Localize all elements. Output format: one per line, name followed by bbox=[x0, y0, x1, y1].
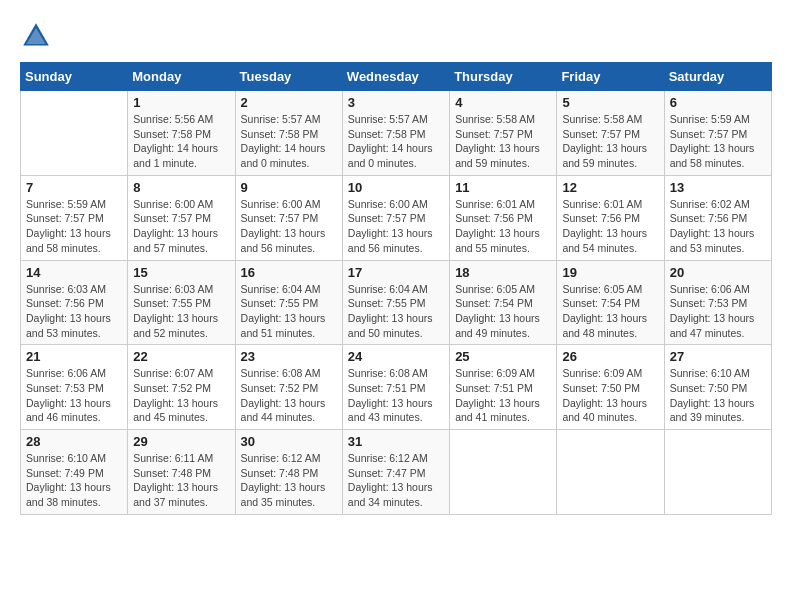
day-info: Sunrise: 6:01 AM Sunset: 7:56 PM Dayligh… bbox=[455, 197, 551, 256]
day-cell: 28Sunrise: 6:10 AM Sunset: 7:49 PM Dayli… bbox=[21, 430, 128, 515]
weekday-saturday: Saturday bbox=[664, 63, 771, 91]
day-cell: 11Sunrise: 6:01 AM Sunset: 7:56 PM Dayli… bbox=[450, 175, 557, 260]
week-row-1: 1Sunrise: 5:56 AM Sunset: 7:58 PM Daylig… bbox=[21, 91, 772, 176]
weekday-header-row: SundayMondayTuesdayWednesdayThursdayFrid… bbox=[21, 63, 772, 91]
day-cell: 17Sunrise: 6:04 AM Sunset: 7:55 PM Dayli… bbox=[342, 260, 449, 345]
day-number: 2 bbox=[241, 95, 337, 110]
day-number: 31 bbox=[348, 434, 444, 449]
week-row-2: 7Sunrise: 5:59 AM Sunset: 7:57 PM Daylig… bbox=[21, 175, 772, 260]
day-info: Sunrise: 5:59 AM Sunset: 7:57 PM Dayligh… bbox=[670, 112, 766, 171]
calendar-body: 1Sunrise: 5:56 AM Sunset: 7:58 PM Daylig… bbox=[21, 91, 772, 515]
day-info: Sunrise: 6:09 AM Sunset: 7:51 PM Dayligh… bbox=[455, 366, 551, 425]
day-cell: 16Sunrise: 6:04 AM Sunset: 7:55 PM Dayli… bbox=[235, 260, 342, 345]
day-info: Sunrise: 5:59 AM Sunset: 7:57 PM Dayligh… bbox=[26, 197, 122, 256]
day-cell bbox=[450, 430, 557, 515]
day-info: Sunrise: 6:04 AM Sunset: 7:55 PM Dayligh… bbox=[241, 282, 337, 341]
day-cell: 26Sunrise: 6:09 AM Sunset: 7:50 PM Dayli… bbox=[557, 345, 664, 430]
day-info: Sunrise: 6:01 AM Sunset: 7:56 PM Dayligh… bbox=[562, 197, 658, 256]
day-info: Sunrise: 6:00 AM Sunset: 7:57 PM Dayligh… bbox=[348, 197, 444, 256]
day-info: Sunrise: 5:58 AM Sunset: 7:57 PM Dayligh… bbox=[562, 112, 658, 171]
day-number: 11 bbox=[455, 180, 551, 195]
day-info: Sunrise: 5:57 AM Sunset: 7:58 PM Dayligh… bbox=[348, 112, 444, 171]
day-number: 12 bbox=[562, 180, 658, 195]
weekday-sunday: Sunday bbox=[21, 63, 128, 91]
day-number: 25 bbox=[455, 349, 551, 364]
day-info: Sunrise: 6:03 AM Sunset: 7:55 PM Dayligh… bbox=[133, 282, 229, 341]
week-row-4: 21Sunrise: 6:06 AM Sunset: 7:53 PM Dayli… bbox=[21, 345, 772, 430]
day-number: 19 bbox=[562, 265, 658, 280]
day-cell: 30Sunrise: 6:12 AM Sunset: 7:48 PM Dayli… bbox=[235, 430, 342, 515]
day-number: 27 bbox=[670, 349, 766, 364]
day-cell: 19Sunrise: 6:05 AM Sunset: 7:54 PM Dayli… bbox=[557, 260, 664, 345]
day-info: Sunrise: 6:09 AM Sunset: 7:50 PM Dayligh… bbox=[562, 366, 658, 425]
day-number: 9 bbox=[241, 180, 337, 195]
logo bbox=[20, 20, 56, 52]
day-cell bbox=[557, 430, 664, 515]
day-cell: 29Sunrise: 6:11 AM Sunset: 7:48 PM Dayli… bbox=[128, 430, 235, 515]
day-number: 16 bbox=[241, 265, 337, 280]
day-cell bbox=[664, 430, 771, 515]
day-cell bbox=[21, 91, 128, 176]
day-cell: 22Sunrise: 6:07 AM Sunset: 7:52 PM Dayli… bbox=[128, 345, 235, 430]
day-cell: 8Sunrise: 6:00 AM Sunset: 7:57 PM Daylig… bbox=[128, 175, 235, 260]
day-cell: 15Sunrise: 6:03 AM Sunset: 7:55 PM Dayli… bbox=[128, 260, 235, 345]
day-info: Sunrise: 6:07 AM Sunset: 7:52 PM Dayligh… bbox=[133, 366, 229, 425]
day-cell: 27Sunrise: 6:10 AM Sunset: 7:50 PM Dayli… bbox=[664, 345, 771, 430]
day-number: 8 bbox=[133, 180, 229, 195]
calendar-header: SundayMondayTuesdayWednesdayThursdayFrid… bbox=[21, 63, 772, 91]
day-cell: 25Sunrise: 6:09 AM Sunset: 7:51 PM Dayli… bbox=[450, 345, 557, 430]
day-info: Sunrise: 6:00 AM Sunset: 7:57 PM Dayligh… bbox=[133, 197, 229, 256]
day-number: 24 bbox=[348, 349, 444, 364]
day-number: 13 bbox=[670, 180, 766, 195]
weekday-tuesday: Tuesday bbox=[235, 63, 342, 91]
day-info: Sunrise: 5:57 AM Sunset: 7:58 PM Dayligh… bbox=[241, 112, 337, 171]
day-number: 10 bbox=[348, 180, 444, 195]
day-number: 15 bbox=[133, 265, 229, 280]
day-number: 20 bbox=[670, 265, 766, 280]
weekday-friday: Friday bbox=[557, 63, 664, 91]
logo-icon bbox=[20, 20, 52, 52]
day-info: Sunrise: 6:02 AM Sunset: 7:56 PM Dayligh… bbox=[670, 197, 766, 256]
day-info: Sunrise: 6:10 AM Sunset: 7:49 PM Dayligh… bbox=[26, 451, 122, 510]
day-cell: 2Sunrise: 5:57 AM Sunset: 7:58 PM Daylig… bbox=[235, 91, 342, 176]
day-info: Sunrise: 6:06 AM Sunset: 7:53 PM Dayligh… bbox=[26, 366, 122, 425]
day-cell: 7Sunrise: 5:59 AM Sunset: 7:57 PM Daylig… bbox=[21, 175, 128, 260]
day-info: Sunrise: 5:56 AM Sunset: 7:58 PM Dayligh… bbox=[133, 112, 229, 171]
day-number: 26 bbox=[562, 349, 658, 364]
day-info: Sunrise: 6:08 AM Sunset: 7:51 PM Dayligh… bbox=[348, 366, 444, 425]
day-cell: 1Sunrise: 5:56 AM Sunset: 7:58 PM Daylig… bbox=[128, 91, 235, 176]
day-cell: 4Sunrise: 5:58 AM Sunset: 7:57 PM Daylig… bbox=[450, 91, 557, 176]
day-number: 3 bbox=[348, 95, 444, 110]
day-cell: 31Sunrise: 6:12 AM Sunset: 7:47 PM Dayli… bbox=[342, 430, 449, 515]
page-header bbox=[20, 20, 772, 52]
day-info: Sunrise: 6:08 AM Sunset: 7:52 PM Dayligh… bbox=[241, 366, 337, 425]
weekday-wednesday: Wednesday bbox=[342, 63, 449, 91]
day-number: 7 bbox=[26, 180, 122, 195]
day-info: Sunrise: 6:12 AM Sunset: 7:48 PM Dayligh… bbox=[241, 451, 337, 510]
weekday-thursday: Thursday bbox=[450, 63, 557, 91]
day-number: 4 bbox=[455, 95, 551, 110]
day-cell: 20Sunrise: 6:06 AM Sunset: 7:53 PM Dayli… bbox=[664, 260, 771, 345]
calendar-table: SundayMondayTuesdayWednesdayThursdayFrid… bbox=[20, 62, 772, 515]
day-number: 18 bbox=[455, 265, 551, 280]
day-cell: 5Sunrise: 5:58 AM Sunset: 7:57 PM Daylig… bbox=[557, 91, 664, 176]
day-number: 28 bbox=[26, 434, 122, 449]
day-number: 22 bbox=[133, 349, 229, 364]
day-cell: 13Sunrise: 6:02 AM Sunset: 7:56 PM Dayli… bbox=[664, 175, 771, 260]
day-number: 17 bbox=[348, 265, 444, 280]
weekday-monday: Monday bbox=[128, 63, 235, 91]
day-cell: 14Sunrise: 6:03 AM Sunset: 7:56 PM Dayli… bbox=[21, 260, 128, 345]
day-info: Sunrise: 5:58 AM Sunset: 7:57 PM Dayligh… bbox=[455, 112, 551, 171]
week-row-5: 28Sunrise: 6:10 AM Sunset: 7:49 PM Dayli… bbox=[21, 430, 772, 515]
day-cell: 24Sunrise: 6:08 AM Sunset: 7:51 PM Dayli… bbox=[342, 345, 449, 430]
day-number: 1 bbox=[133, 95, 229, 110]
day-cell: 21Sunrise: 6:06 AM Sunset: 7:53 PM Dayli… bbox=[21, 345, 128, 430]
day-cell: 9Sunrise: 6:00 AM Sunset: 7:57 PM Daylig… bbox=[235, 175, 342, 260]
day-info: Sunrise: 6:11 AM Sunset: 7:48 PM Dayligh… bbox=[133, 451, 229, 510]
day-info: Sunrise: 6:05 AM Sunset: 7:54 PM Dayligh… bbox=[562, 282, 658, 341]
day-info: Sunrise: 6:03 AM Sunset: 7:56 PM Dayligh… bbox=[26, 282, 122, 341]
day-number: 6 bbox=[670, 95, 766, 110]
day-cell: 10Sunrise: 6:00 AM Sunset: 7:57 PM Dayli… bbox=[342, 175, 449, 260]
day-info: Sunrise: 6:00 AM Sunset: 7:57 PM Dayligh… bbox=[241, 197, 337, 256]
day-cell: 18Sunrise: 6:05 AM Sunset: 7:54 PM Dayli… bbox=[450, 260, 557, 345]
